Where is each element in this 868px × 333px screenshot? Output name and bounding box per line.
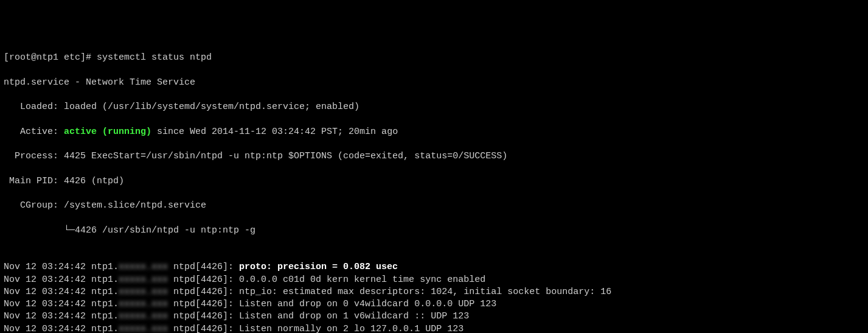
- active-since: since Wed 2014-11-12 03:24:42 PST; 20min…: [151, 127, 398, 137]
- loaded-label: Loaded:: [4, 102, 64, 112]
- service-title: ntpd.service - Network Time Service: [4, 77, 864, 89]
- log-source: ntpd[4426]:: [168, 299, 239, 309]
- log-hostname-redacted: xxxxx.xxx: [119, 287, 168, 297]
- log-timestamp: Nov 12 03:24:42 ntp1.: [4, 262, 119, 272]
- log-output: Nov 12 03:24:42 ntp1.xxxxx.xxx ntpd[4426…: [4, 261, 864, 333]
- log-line: Nov 12 03:24:42 ntp1.xxxxx.xxx ntpd[4426…: [4, 274, 864, 286]
- log-message-bold: proto: precision = 0.082 usec: [239, 262, 398, 272]
- log-source: ntpd[4426]:: [168, 311, 239, 321]
- cgroup-label: CGroup:: [4, 200, 64, 211]
- log-message: Listen and drop on 1 v6wildcard :: UDP 1…: [239, 311, 469, 321]
- log-message: 0.0.0.0 c01d 0d kern kernel time sync en…: [239, 275, 485, 285]
- log-hostname-redacted: xxxxx.xxx: [119, 324, 168, 334]
- log-timestamp: Nov 12 03:24:42 ntp1.: [4, 287, 119, 297]
- process-label: Process:: [4, 151, 64, 161]
- log-message: ntp_io: estimated max descriptors: 1024,…: [239, 287, 611, 297]
- cgroup-tree: └─4426 /usr/sbin/ntpd -u ntp:ntp -g: [4, 225, 864, 237]
- log-hostname-redacted: xxxxx.xxx: [119, 299, 168, 309]
- log-source: ntpd[4426]:: [168, 275, 239, 285]
- process-value: 4425 ExecStart=/usr/sbin/ntpd -u ntp:ntp…: [64, 151, 507, 161]
- log-timestamp: Nov 12 03:24:42 ntp1.: [4, 299, 119, 309]
- log-message: Listen normally on 2 lo 127.0.0.1 UDP 12…: [239, 324, 464, 334]
- log-source: ntpd[4426]:: [168, 262, 239, 272]
- shell-prompt: [root@ntp1 etc]#: [4, 52, 97, 63]
- active-label: Active:: [4, 127, 64, 137]
- log-hostname-redacted: xxxxx.xxx: [119, 311, 168, 321]
- log-timestamp: Nov 12 03:24:42 ntp1.: [4, 275, 119, 285]
- log-hostname-redacted: xxxxx.xxx: [119, 262, 168, 272]
- loaded-value: loaded (/usr/lib/systemd/system/ntpd.ser…: [64, 102, 359, 112]
- log-line: Nov 12 03:24:42 ntp1.xxxxx.xxx ntpd[4426…: [4, 323, 864, 334]
- log-source: ntpd[4426]:: [168, 287, 239, 297]
- mainpid-value: 4426 (ntpd): [64, 176, 124, 186]
- command-text: systemctl status ntpd: [97, 52, 212, 63]
- active-status: active (running): [64, 127, 151, 137]
- log-timestamp: Nov 12 03:24:42 ntp1.: [4, 311, 119, 321]
- log-hostname-redacted: xxxxx.xxx: [119, 275, 168, 285]
- log-line: Nov 12 03:24:42 ntp1.xxxxx.xxx ntpd[4426…: [4, 261, 864, 273]
- log-source: ntpd[4426]:: [168, 324, 239, 334]
- log-timestamp: Nov 12 03:24:42 ntp1.: [4, 324, 119, 334]
- cgroup-value: /system.slice/ntpd.service: [64, 200, 206, 211]
- log-message: Listen and drop on 0 v4wildcard 0.0.0.0 …: [239, 299, 496, 309]
- log-line: Nov 12 03:24:42 ntp1.xxxxx.xxx ntpd[4426…: [4, 286, 864, 298]
- log-line: Nov 12 03:24:42 ntp1.xxxxx.xxx ntpd[4426…: [4, 310, 864, 323]
- log-line: Nov 12 03:24:42 ntp1.xxxxx.xxx ntpd[4426…: [4, 298, 864, 310]
- mainpid-label: Main PID:: [4, 176, 64, 186]
